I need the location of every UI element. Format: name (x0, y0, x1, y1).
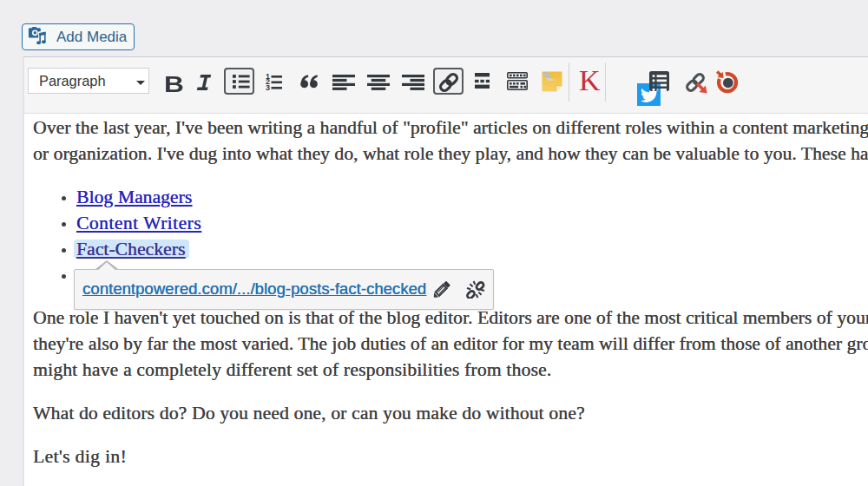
svg-text:3: 3 (266, 83, 270, 92)
